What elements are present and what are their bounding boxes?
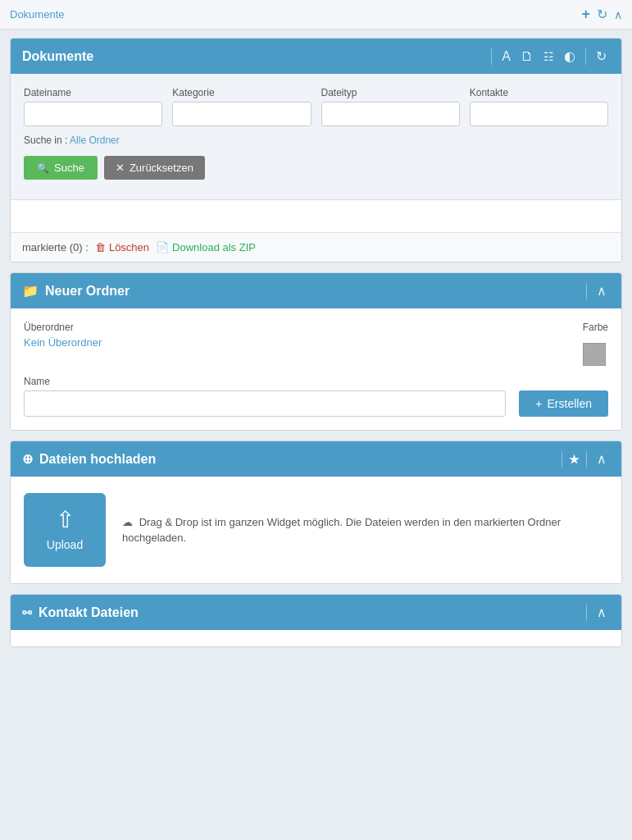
header-divider-1 (491, 48, 492, 65)
dateien-hochladen-header-right: ★ ∧ (558, 450, 610, 468)
kein-ueberordner-link[interactable]: Kein Überordner (24, 336, 102, 349)
neuer-ordner-collapse-icon[interactable]: ∧ (593, 281, 610, 300)
upload-circle-icon: ⊕ (22, 451, 33, 467)
search-button[interactable]: 🔍 Suche (24, 156, 98, 180)
header-divider-5 (586, 451, 587, 468)
neuer-ordner-header-left: 📁 Neuer Ordner (22, 283, 130, 299)
neuer-ordner-title: Neuer Ordner (45, 284, 130, 299)
dateien-hochladen-title: Dateien hochladen (39, 452, 156, 467)
dateien-hochladen-card: ⊕ Dateien hochladen ★ ∧ ⇧ Upload ☁ Drag … (10, 441, 622, 584)
color-picker[interactable] (583, 343, 606, 366)
neuer-ordner-body: Überordner Kein Überordner Farbe Name + … (11, 308, 621, 430)
dateityp-field: Dateityp (321, 87, 460, 126)
dateiname-label: Dateiname (24, 87, 162, 98)
dateityp-input[interactable] (321, 102, 460, 126)
neuer-ordner-card: 📁 Neuer Ordner ∧ Überordner Kein Überord… (10, 272, 622, 431)
upload-body: ⇧ Upload ☁ Drag & Drop ist im ganzen Wid… (11, 477, 621, 583)
header-divider-2 (585, 48, 586, 65)
folder-name-row: Name + Erstellen (24, 376, 608, 417)
header-divider-6 (586, 605, 587, 621)
trash-icon: 🗑 (95, 241, 106, 253)
dateien-hochladen-header: ⊕ Dateien hochladen ★ ∧ (11, 441, 621, 477)
plus-icon: + (535, 397, 542, 410)
header-doc-icon[interactable]: 🗋 (517, 48, 537, 66)
fork-icon: ⚯ (22, 606, 32, 619)
upload-arrow-icon: ⇧ (56, 509, 75, 532)
download-icon: 📄 (156, 241, 169, 253)
kategorie-field: Kategorie (172, 87, 311, 126)
results-area (11, 199, 621, 232)
upload-label: Upload (47, 538, 83, 551)
dateityp-label: Dateityp (321, 87, 460, 98)
folder-top-row: Überordner Kein Überordner Farbe (24, 322, 608, 366)
filter-grid: Dateiname Kategorie Dateityp Kontakte (24, 87, 608, 126)
top-bar: Dokumente + ↻ ∧ (0, 0, 632, 30)
farbe-label: Farbe (583, 322, 608, 333)
dokumente-title: Dokumente (22, 49, 93, 64)
header-refresh-icon[interactable]: ↻ (593, 47, 610, 66)
erstellen-button[interactable]: + Erstellen (519, 390, 608, 417)
search-icon: 🔍 (37, 162, 49, 174)
kontakt-dateien-card: ⚯ Kontakt Dateien ∧ (10, 594, 622, 647)
dateien-collapse-icon[interactable]: ∧ (593, 450, 610, 468)
kontakt-body (11, 630, 621, 646)
folder-icon: 📁 (22, 283, 39, 299)
header-a-icon[interactable]: A (498, 48, 514, 66)
neuer-ordner-header-right: ∧ (583, 281, 610, 300)
upload-description: ☁ Drag & Drop ist im ganzen Widget mögli… (122, 514, 608, 546)
top-bar-actions: + ↻ ∧ (581, 6, 622, 23)
upload-button[interactable]: ⇧ Upload (24, 493, 106, 567)
download-zip-action[interactable]: 📄 Download als ZIP (156, 241, 256, 253)
kontakte-field: Kontakte (470, 87, 608, 126)
cloud-icon: ☁ (122, 516, 133, 528)
dateien-hochladen-header-left: ⊕ Dateien hochladen (22, 451, 156, 467)
farbe-section: Farbe (583, 322, 608, 366)
marked-label: markierte (0) : (22, 241, 89, 253)
dokumente-header-icons: A 🗋 ☷ ◐ ↻ (488, 47, 610, 66)
ueberordner-label: Überordner (24, 322, 550, 333)
kategorie-input[interactable] (172, 102, 311, 126)
kategorie-label: Kategorie (172, 87, 311, 98)
search-in-link[interactable]: Alle Ordner (70, 135, 120, 146)
kontakt-dateien-title: Kontakt Dateien (39, 605, 139, 620)
header-divider-4 (562, 451, 562, 468)
ueberordner-section: Überordner Kein Überordner (24, 322, 550, 349)
kontakte-input[interactable] (470, 102, 608, 126)
reset-button[interactable]: ✕ Zurücksetzen (104, 156, 205, 180)
search-in-label: Suche in : (24, 135, 67, 146)
neuer-ordner-header: 📁 Neuer Ordner ∧ (11, 273, 621, 308)
star-icon[interactable]: ★ (569, 453, 580, 466)
kontakt-dateien-header-left: ⚯ Kontakt Dateien (22, 605, 139, 620)
dateiname-input[interactable] (24, 102, 162, 126)
kontakt-dateien-header: ⚯ Kontakt Dateien ∧ (11, 595, 621, 630)
name-label: Name (24, 376, 506, 387)
dateiname-field: Dateiname (24, 87, 162, 126)
kontakt-collapse-icon[interactable]: ∧ (593, 603, 610, 622)
name-input[interactable] (24, 390, 506, 417)
add-icon[interactable]: + (581, 6, 590, 23)
marked-bar: markierte (0) : 🗑 Löschen 📄 Download als… (11, 232, 621, 262)
kontakte-label: Kontakte (470, 87, 608, 98)
header-clock-icon[interactable]: ◐ (561, 47, 579, 66)
search-in-row: Suche in : Alle Ordner (24, 135, 608, 146)
filter-buttons: 🔍 Suche ✕ Zurücksetzen (24, 156, 608, 180)
header-list-icon[interactable]: ☷ (540, 48, 557, 65)
kontakt-dateien-header-right: ∧ (583, 603, 610, 622)
times-icon: ✕ (116, 162, 125, 174)
top-bar-title: Dokumente (10, 8, 64, 21)
main-content: Dokumente A 🗋 ☷ ◐ ↻ Dateiname Kategorie (0, 30, 632, 655)
delete-action[interactable]: 🗑 Löschen (95, 241, 149, 253)
dokumente-card: Dokumente A 🗋 ☷ ◐ ↻ Dateiname Kategorie (10, 38, 622, 262)
dokumente-filter-body: Dateiname Kategorie Dateityp Kontakte Su (11, 74, 621, 199)
dokumente-header: Dokumente A 🗋 ☷ ◐ ↻ (11, 39, 621, 74)
name-field: Name (24, 376, 506, 417)
refresh-icon[interactable]: ↻ (597, 7, 607, 22)
header-divider-3 (586, 283, 587, 299)
collapse-icon[interactable]: ∧ (614, 8, 622, 21)
